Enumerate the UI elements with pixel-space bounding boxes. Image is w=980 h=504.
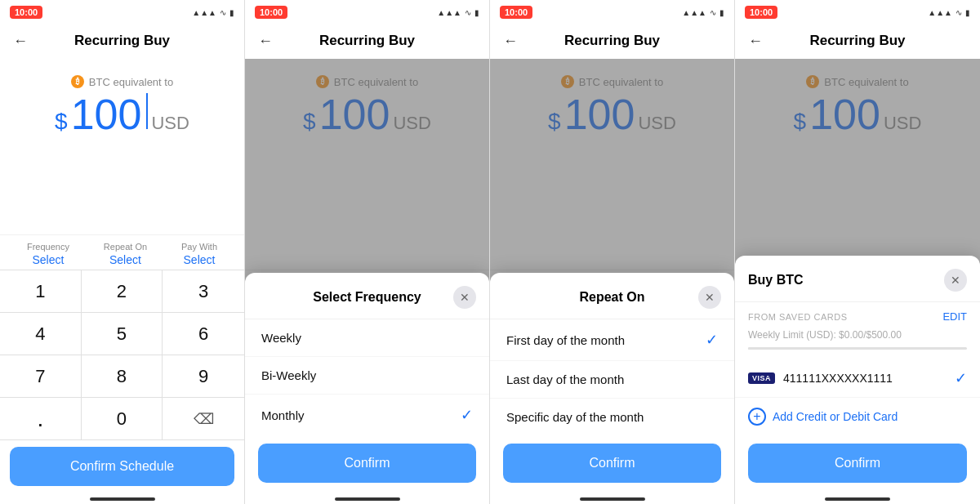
pay-with-label: Pay With <box>181 242 217 252</box>
frequency-option-label: Bi-Weekly <box>261 368 316 382</box>
numpad-key-2[interactable]: 2 <box>82 270 163 313</box>
modal-header: Repeat On ✕ <box>490 273 734 319</box>
repeat-on-option[interactable]: Last day of the month <box>490 361 734 399</box>
btc-section: ₿ BTC equivalent to $ 100 USD <box>0 69 244 142</box>
home-bar <box>335 497 400 501</box>
add-card-label: Add Credit or Debit Card <box>773 410 898 423</box>
nav-bar: ← Recurring Buy <box>490 23 734 59</box>
status-time: 10:00 <box>255 6 287 19</box>
repeat-on-option[interactable]: First day of the month ✓ <box>490 319 734 361</box>
back-button[interactable]: ← <box>748 33 763 50</box>
buy-btc-header: Buy BTC ✕ <box>735 256 980 302</box>
home-indicator-modal <box>245 493 489 504</box>
status-time: 10:00 <box>745 6 777 19</box>
back-button[interactable]: ← <box>258 33 273 50</box>
modal-header: Select Frequency ✕ <box>245 273 489 319</box>
numpad-key-6[interactable]: 6 <box>163 313 244 355</box>
signal-icon: ▲▲▲ <box>437 8 461 17</box>
amount-currency: USD <box>151 113 189 134</box>
wifi-icon: ∿ <box>710 8 716 17</box>
numpad-key-7[interactable]: 7 <box>0 355 82 398</box>
status-time: 10:00 <box>10 6 42 19</box>
status-bar: 10:00 ▲▲▲ ∿ ▮ <box>245 0 489 23</box>
pay-with-value[interactable]: Select <box>184 253 216 266</box>
confirm-button[interactable]: Confirm <box>258 444 476 483</box>
frequency-option[interactable]: Monthly ✓ <box>245 395 489 435</box>
dollar-sign: $ <box>55 109 68 135</box>
numpad-key-1[interactable]: 1 <box>0 270 82 313</box>
numpad: 123456789.0⌫ <box>0 270 244 440</box>
numpad-key-0[interactable]: 0 <box>82 398 163 440</box>
frequency-label: Frequency <box>27 242 69 252</box>
confirm-button[interactable]: Confirm <box>748 444 967 483</box>
btc-label: ₿ BTC equivalent to <box>71 75 173 88</box>
modal-title: Select Frequency <box>281 290 453 305</box>
frequency-col[interactable]: Frequency Select <box>27 242 69 266</box>
numpad-key-.[interactable]: . <box>0 398 82 440</box>
confirm-button[interactable]: Confirm <box>503 444 721 483</box>
repeat-on-modal: Repeat On ✕ First day of the month ✓ Las… <box>490 273 734 504</box>
modal-close-button[interactable]: ✕ <box>453 286 476 309</box>
content-area: ₿ BTC equivalent to $ 100 USD <box>0 59 244 234</box>
battery-icon: ▮ <box>474 8 479 17</box>
home-bar <box>90 497 155 501</box>
modal-title: Repeat On <box>526 290 698 305</box>
add-card-row[interactable]: + Add Credit or Debit Card <box>735 398 980 435</box>
battery-icon: ▮ <box>719 8 724 17</box>
back-button[interactable]: ← <box>503 33 518 50</box>
numpad-key-5[interactable]: 5 <box>82 313 163 355</box>
numpad-key-3[interactable]: 3 <box>163 270 244 313</box>
repeat-on-list: First day of the month ✓ Last day of the… <box>490 319 734 435</box>
page-title: Recurring Buy <box>319 33 415 49</box>
home-indicator-modal <box>735 493 980 504</box>
frequency-option[interactable]: Bi-Weekly <box>245 357 489 395</box>
wifi-icon: ∿ <box>465 8 471 17</box>
numpad-key-9[interactable]: 9 <box>163 355 244 398</box>
repeat-on-value[interactable]: Select <box>109 253 141 266</box>
card-row[interactable]: VISA 411111XXXXXX1111 ✓ <box>735 359 980 398</box>
buy-btc-close-button[interactable]: ✕ <box>944 269 967 292</box>
bottom-panel: Frequency Select Repeat On Select Pay Wi… <box>0 234 244 504</box>
status-icons: ▲▲▲ ∿ ▮ <box>192 8 234 17</box>
confirm-schedule-button[interactable]: Confirm Schedule <box>10 447 234 486</box>
card-number: 411111XXXXXX1111 <box>783 372 893 385</box>
status-bar: 10:00 ▲▲▲ ∿ ▮ <box>735 0 980 23</box>
home-bar <box>825 497 890 501</box>
numpad-key-8[interactable]: 8 <box>82 355 163 398</box>
repeat-on-col[interactable]: Repeat On Select <box>104 242 147 266</box>
frequency-option-label: Weekly <box>261 331 301 345</box>
repeat-on-option[interactable]: Specific day of the month <box>490 399 734 435</box>
from-saved-label: FROM SAVED CARDS <box>748 312 847 322</box>
signal-icon: ▲▲▲ <box>192 8 216 17</box>
status-icons: ▲▲▲ ∿ ▮ <box>928 8 970 17</box>
signal-icon: ▲▲▲ <box>928 8 952 17</box>
selector-row: Frequency Select Repeat On Select Pay Wi… <box>0 234 244 270</box>
wifi-icon: ∿ <box>220 8 226 17</box>
nav-bar: ← Recurring Buy <box>0 23 244 59</box>
weekly-limit: Weekly Limit (USD): $0.00/$500.00 <box>735 328 980 347</box>
pay-with-col[interactable]: Pay With Select <box>181 242 217 266</box>
btc-label-text: BTC equivalent to <box>89 76 173 88</box>
card-checkmark-icon: ✓ <box>955 369 967 387</box>
numpad-key-backspace[interactable]: ⌫ <box>163 398 244 440</box>
edit-button[interactable]: EDIT <box>942 310 967 323</box>
numpad-key-4[interactable]: 4 <box>0 313 82 355</box>
amount-display: $ 100 USD <box>55 93 189 136</box>
nav-bar: ← Recurring Buy <box>735 23 980 59</box>
back-button[interactable]: ← <box>13 33 28 50</box>
modal-close-button[interactable]: ✕ <box>698 286 721 309</box>
repeat-on-label: Repeat On <box>104 242 147 252</box>
frequency-option[interactable]: Weekly <box>245 319 489 357</box>
frequency-value[interactable]: Select <box>32 253 64 266</box>
checkmark-icon: ✓ <box>461 406 473 424</box>
screen-3: 10:00 ▲▲▲ ∿ ▮ ← Recurring Buy ₿ BTC equi… <box>490 0 735 504</box>
home-indicator-modal <box>490 493 734 504</box>
visa-icon: VISA <box>748 372 775 384</box>
page-title: Recurring Buy <box>809 33 905 49</box>
frequency-option-label: Monthly <box>261 408 305 422</box>
screen-1: 10:00 ▲▲▲ ∿ ▮ ← Recurring Buy ₿ BTC equi… <box>0 0 245 504</box>
repeat-on-option-label: Last day of the month <box>506 372 624 386</box>
page-title: Recurring Buy <box>564 33 660 49</box>
home-bar <box>580 497 645 501</box>
status-bar: 10:00 ▲▲▲ ∿ ▮ <box>0 0 244 23</box>
